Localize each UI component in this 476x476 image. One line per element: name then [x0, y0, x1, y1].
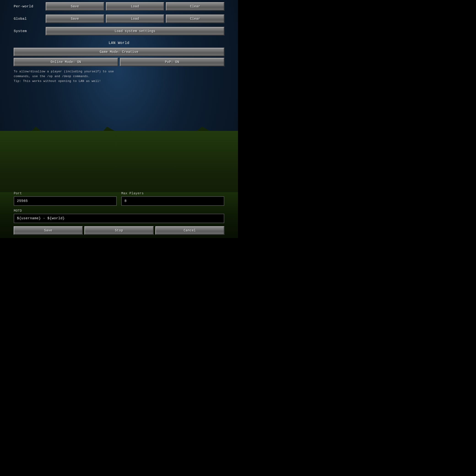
perworld-row: Per-world Save Load Clear: [14, 2, 224, 11]
fields-row: Port Max Players: [14, 191, 224, 206]
game-mode-button[interactable]: Game Mode: Creative: [14, 48, 224, 56]
perworld-save-button[interactable]: Save: [46, 2, 104, 11]
cancel-button[interactable]: Cancel: [155, 226, 224, 235]
motd-label: MOTD: [14, 209, 224, 213]
perworld-clear-button[interactable]: Clear: [166, 2, 224, 11]
global-load-button[interactable]: Load: [106, 15, 164, 23]
online-mode-button[interactable]: Online Mode: ON: [14, 58, 118, 66]
perworld-load-button[interactable]: Load: [106, 2, 164, 11]
perworld-label: Per-world: [14, 5, 43, 8]
lan-world-title: LAN World: [14, 41, 224, 45]
lan-info-text: To allow/disallow a player (including yo…: [14, 69, 224, 84]
pvp-button[interactable]: PvP: ON: [120, 58, 224, 66]
global-save-button[interactable]: Save: [46, 15, 104, 23]
bottom-section: Port Max Players MOTD Save Stop Cancel: [14, 191, 224, 238]
maxplayers-label: Max Players: [121, 191, 224, 195]
system-row: System Load system settings: [14, 27, 224, 35]
maxplayers-field-group: Max Players: [121, 191, 224, 206]
load-system-settings-button[interactable]: Load system settings: [46, 27, 224, 35]
save-action-button[interactable]: Save: [14, 226, 83, 235]
maxplayers-input[interactable]: [121, 196, 224, 206]
global-row: Global Save Load Clear: [14, 15, 224, 23]
stop-button[interactable]: Stop: [85, 226, 153, 235]
system-label: System: [14, 29, 43, 33]
lan-world-section: LAN World Game Mode: Creative Online Mod…: [14, 41, 224, 86]
port-input[interactable]: [14, 196, 117, 206]
port-field-group: Port: [14, 191, 117, 206]
port-label: Port: [14, 191, 117, 195]
motd-input[interactable]: [14, 214, 224, 223]
global-label: Global: [14, 17, 43, 21]
motd-group: MOTD: [14, 209, 224, 223]
action-buttons: Save Stop Cancel: [14, 226, 224, 235]
global-clear-button[interactable]: Clear: [166, 15, 224, 23]
